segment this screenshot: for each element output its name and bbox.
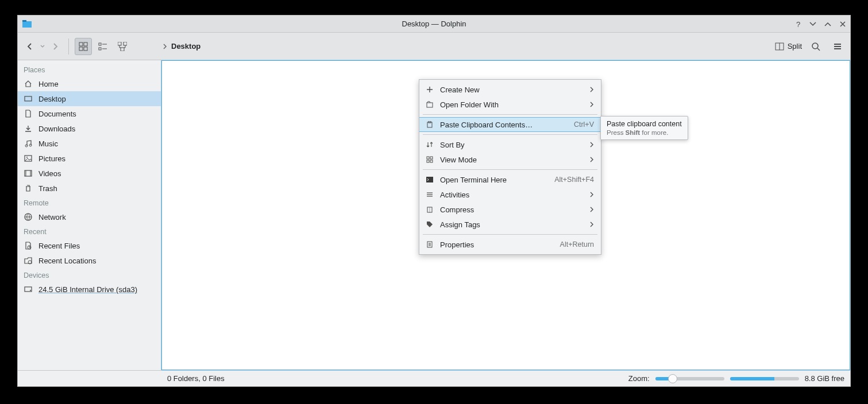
minimize-icon[interactable]	[809, 20, 817, 28]
music-icon	[24, 139, 33, 148]
sidebar-item-drive[interactable]: 24.5 GiB Internal Drive (sda3)	[18, 282, 161, 297]
zoom-slider[interactable]	[655, 377, 724, 380]
help-icon[interactable]: ?	[794, 20, 802, 28]
svg-rect-45	[426, 177, 433, 182]
chevron-right-icon	[589, 222, 594, 227]
remote-header: Remote	[18, 196, 161, 209]
free-space-label: 8.8 GiB free	[805, 374, 844, 383]
compact-view-button[interactable]	[94, 38, 111, 55]
sidebar-item-music[interactable]: Music	[18, 136, 161, 151]
icons-view-button[interactable]	[75, 38, 92, 55]
svg-rect-5	[79, 47, 83, 50]
sidebar-item-pictures[interactable]: Pictures	[18, 151, 161, 166]
pictures-icon	[24, 154, 33, 163]
back-dropdown[interactable]	[38, 38, 47, 55]
zoom-handle[interactable]	[668, 374, 677, 383]
sidebar-item-videos[interactable]: Videos	[18, 166, 161, 181]
trash-icon	[24, 184, 33, 193]
svg-rect-44	[430, 160, 433, 162]
documents-icon	[24, 109, 33, 118]
svg-rect-13	[121, 48, 124, 51]
view-mode-icon	[425, 155, 434, 164]
recent-header: Recent	[18, 224, 161, 238]
sidebar-item-documents[interactable]: Documents	[18, 106, 161, 121]
menu-create-new[interactable]: Create New	[419, 82, 601, 97]
titlebar: Desktop — Dolphin ?	[18, 15, 850, 33]
tooltip-title: Paste clipboard content	[607, 120, 682, 128]
recent-files-icon	[24, 241, 33, 250]
menu-separator	[423, 114, 597, 115]
menu-open-terminal[interactable]: Open Terminal HereAlt+Shift+F4	[419, 172, 601, 187]
chevron-right-icon	[589, 207, 594, 212]
forward-button[interactable]	[48, 38, 63, 55]
split-button[interactable]: Split	[775, 42, 802, 51]
toolbar-separator	[68, 38, 69, 55]
places-header: Places	[18, 63, 161, 76]
sidebar-item-downloads[interactable]: Downloads	[18, 121, 161, 136]
svg-rect-38	[427, 103, 433, 107]
menu-compress[interactable]: Compress	[419, 202, 601, 217]
properties-icon	[425, 240, 434, 249]
svg-point-20	[812, 43, 818, 49]
downloads-icon	[24, 124, 33, 133]
sidebar-item-network[interactable]: Network	[18, 209, 161, 224]
home-icon	[24, 79, 33, 88]
chevron-right-icon	[589, 157, 594, 162]
sort-icon	[425, 140, 434, 149]
svg-rect-12	[124, 42, 127, 45]
svg-rect-3	[79, 42, 83, 46]
sidebar-item-home[interactable]: Home	[18, 76, 161, 91]
details-view-button[interactable]	[114, 38, 131, 55]
terminal-icon	[425, 175, 434, 184]
zoom-label: Zoom:	[628, 374, 650, 383]
svg-rect-8	[99, 48, 101, 50]
status-text: 0 Folders, 0 Files	[167, 374, 225, 383]
hamburger-menu-button[interactable]	[830, 38, 846, 55]
videos-icon	[24, 169, 33, 178]
sidebar-item-recent-locations[interactable]: Recent Locations	[18, 253, 161, 268]
capacity-bar	[730, 377, 799, 380]
tag-icon	[425, 220, 434, 229]
menu-separator	[423, 134, 597, 135]
statusbar: 0 Folders, 0 Files Zoom: 8.8 GiB free	[18, 370, 850, 386]
chevron-right-icon	[589, 102, 594, 107]
menu-properties[interactable]: PropertiesAlt+Return	[419, 237, 601, 252]
split-label: Split	[788, 42, 802, 50]
maximize-icon[interactable]	[824, 20, 832, 28]
paste-icon	[425, 120, 434, 129]
search-button[interactable]	[808, 38, 824, 55]
menu-sort-by[interactable]: Sort By	[419, 137, 601, 152]
menu-open-folder-with[interactable]: Open Folder With	[419, 97, 601, 112]
close-icon[interactable]	[839, 20, 847, 28]
context-menu: Create New Open Folder With Paste Clipbo…	[419, 79, 601, 255]
sidebar-item-desktop[interactable]: Desktop	[18, 91, 161, 106]
svg-rect-25	[25, 96, 32, 101]
app-icon	[22, 20, 32, 29]
drive-icon	[24, 285, 33, 294]
svg-line-21	[817, 48, 820, 50]
svg-rect-6	[84, 47, 87, 50]
toolbar: Desktop Split	[18, 33, 850, 60]
svg-rect-4	[84, 42, 87, 46]
chevron-right-icon	[589, 192, 594, 197]
menu-paste[interactable]: Paste Clipboard Contents…Ctrl+V	[419, 117, 601, 132]
menu-separator	[423, 169, 597, 170]
tooltip: Paste clipboard content Press Shift for …	[600, 116, 688, 140]
breadcrumb[interactable]: Desktop	[162, 42, 200, 50]
menu-activities[interactable]: Activities	[419, 187, 601, 202]
devices-header: Devices	[18, 268, 161, 282]
chevron-right-icon	[589, 142, 594, 147]
sidebar-item-recent-files[interactable]: Recent Files	[18, 238, 161, 253]
menu-view-mode[interactable]: View Mode	[419, 152, 601, 167]
breadcrumb-current[interactable]: Desktop	[171, 42, 200, 50]
sidebar-item-trash[interactable]: Trash	[18, 181, 161, 196]
svg-rect-0	[22, 21, 32, 28]
split-icon	[775, 42, 784, 51]
back-button[interactable]	[22, 38, 37, 55]
svg-rect-7	[99, 43, 101, 45]
recent-locations-icon	[24, 256, 33, 265]
svg-point-29	[26, 157, 28, 158]
activities-icon	[425, 190, 434, 199]
menu-assign-tags[interactable]: Assign Tags	[419, 217, 601, 232]
chevron-right-icon	[162, 44, 168, 49]
